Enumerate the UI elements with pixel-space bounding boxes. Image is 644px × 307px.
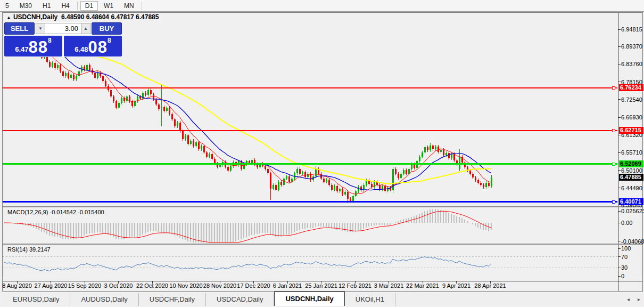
tab-audusd[interactable]: AUDUSD,Daily <box>70 293 138 306</box>
price-level-tag: 6.76234 <box>619 84 643 91</box>
timeframe-button-m30[interactable]: M30 <box>15 1 37 11</box>
timeframe-button-h4[interactable]: H4 <box>56 1 74 11</box>
tab-usdcad[interactable]: USDCAD,Daily <box>206 293 274 306</box>
rsi-scale-label: 100 <box>621 245 631 252</box>
current-price-tag: 6.47885 <box>619 174 643 181</box>
tab-scroll-left-icon[interactable]: ◂ <box>627 296 630 302</box>
price-level-tag: 6.52069 <box>619 160 643 167</box>
ohlc-quotes: 6.48590 6.48604 6.47817 6.47885 <box>61 13 159 21</box>
sell-price-button[interactable]: 6.47 88 8 <box>4 36 62 56</box>
price-tick-label: 6.72540 <box>621 96 644 103</box>
sell-price-prefix: 6.47 <box>15 45 28 53</box>
toolbar-separator <box>142 2 142 10</box>
price-tick-label: 6.55710 <box>621 149 644 156</box>
buy-button[interactable]: BUY <box>92 22 122 35</box>
price-tick-label: 6.83760 <box>621 61 644 67</box>
price-tick-label: 6.44490 <box>621 185 644 191</box>
volume-increase-button[interactable]: ▲ <box>81 23 90 34</box>
sell-price-big: 88 <box>29 39 48 55</box>
tab-usdcnh[interactable]: USDCNH,Daily <box>274 292 344 306</box>
symbol-tabbar: EURUSD,DailyAUDUSD,DailyUSDCHF,DailyUSDC… <box>2 293 643 306</box>
macd-label: MACD(12,26,9) -0.014542 -0.015400 <box>7 209 104 215</box>
symbol-label: USDCNH,Daily <box>13 13 57 21</box>
price-tick-label: 6.89370 <box>621 43 644 50</box>
price-tick-label: 6.94815 <box>621 26 644 33</box>
sell-button[interactable]: SELL <box>4 22 35 35</box>
timeframe-button-h1[interactable]: H1 <box>38 1 55 11</box>
macd-scale-label: -0.040687 <box>621 238 644 245</box>
buy-price-button[interactable]: 6.48 08 8 <box>64 36 122 56</box>
date-axis-label: 28 Apr 2021 <box>468 282 513 289</box>
tab-usdchf[interactable]: USDCHF,Daily <box>139 293 206 306</box>
symbol-marker-icon: ▲ <box>6 15 11 20</box>
chart-title: ▲USDCNH,Daily 6.48590 6.48604 6.47817 6.… <box>6 13 159 21</box>
volume-input[interactable] <box>45 23 81 34</box>
macd-scale-label: 0.025623 <box>621 208 644 214</box>
tab-eurusd[interactable]: EURUSD,Daily <box>2 293 70 306</box>
toolbar-separator <box>77 2 78 10</box>
price-tick-label: 6.66930 <box>621 114 644 120</box>
tab-ukoil[interactable]: UKOil,H1 <box>345 293 395 306</box>
timeframe-button-5[interactable]: 5 <box>1 1 14 11</box>
price-tick-label: 6.50100 <box>621 167 644 174</box>
buy-price-sup: 8 <box>108 37 111 44</box>
price-level-tag: 6.40071 <box>619 198 643 205</box>
rsi-scale-label: 30 <box>621 264 628 271</box>
rsi-scale-label: 70 <box>621 254 628 260</box>
rsi-scale-label: 0 <box>621 273 624 279</box>
one-click-trading-panel: SELL ▼ ▲ BUY 6.47 88 8 6.48 08 8 <box>4 22 122 57</box>
volume-decrease-button[interactable]: ▼ <box>36 23 45 34</box>
timeframe-button-d1[interactable]: D1 <box>80 1 98 11</box>
volume-field-wrap <box>45 23 81 34</box>
timeframe-toolbar: 5M30H1H4D1W1MN <box>0 0 644 12</box>
timeframe-button-mn[interactable]: MN <box>119 1 139 11</box>
buy-price-big: 08 <box>88 39 108 55</box>
tab-scroll-right-icon[interactable]: ▸ <box>638 296 640 302</box>
rsi-label: RSI(14) 39.2147 <box>7 246 51 253</box>
buy-price-prefix: 6.48 <box>75 45 88 53</box>
timeframe-button-w1[interactable]: W1 <box>99 1 118 11</box>
sell-price-sup: 8 <box>48 37 52 44</box>
macd-scale-label: 0.00 <box>621 220 632 226</box>
price-level-tag: 6.62715 <box>619 127 643 134</box>
